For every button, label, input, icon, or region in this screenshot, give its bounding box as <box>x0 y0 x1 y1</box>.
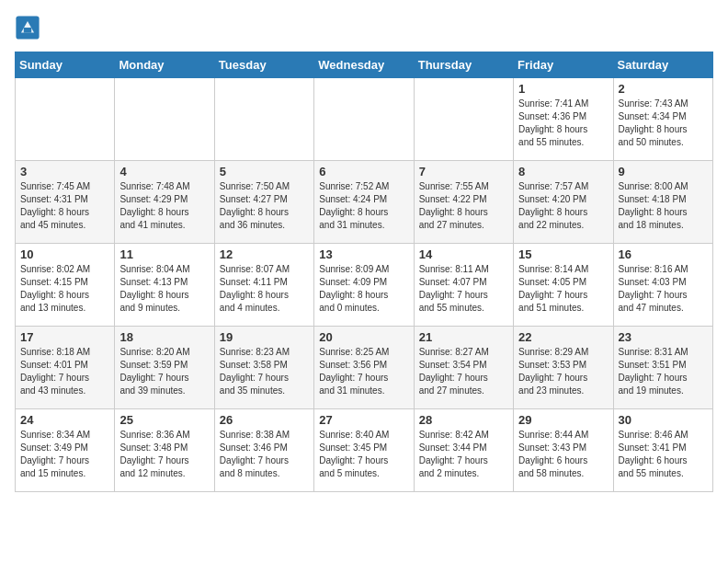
calendar-cell: 13Sunrise: 8:09 AM Sunset: 4:09 PM Dayli… <box>314 244 414 327</box>
page-header <box>15 15 713 40</box>
day-number: 29 <box>518 413 608 427</box>
calendar-cell: 10Sunrise: 8:02 AM Sunset: 4:15 PM Dayli… <box>16 244 115 327</box>
calendar-cell <box>314 78 414 161</box>
calendar-cell: 17Sunrise: 8:18 AM Sunset: 4:01 PM Dayli… <box>16 327 115 409</box>
day-number: 14 <box>419 247 508 261</box>
day-number: 17 <box>20 330 109 344</box>
day-number: 22 <box>518 330 608 344</box>
calendar-cell: 7Sunrise: 7:55 AM Sunset: 4:22 PM Daylig… <box>414 161 513 244</box>
weekday-header: Thursday <box>414 52 513 78</box>
calendar-cell <box>414 78 513 161</box>
day-number: 20 <box>319 330 408 344</box>
day-info: Sunrise: 7:57 AM Sunset: 4:20 PM Dayligh… <box>518 180 608 232</box>
calendar-cell: 25Sunrise: 8:36 AM Sunset: 3:48 PM Dayli… <box>115 409 214 492</box>
day-info: Sunrise: 8:25 AM Sunset: 3:56 PM Dayligh… <box>319 346 408 397</box>
calendar-cell: 8Sunrise: 7:57 AM Sunset: 4:20 PM Daylig… <box>514 161 613 244</box>
day-info: Sunrise: 7:45 AM Sunset: 4:31 PM Dayligh… <box>20 180 109 232</box>
day-number: 5 <box>220 165 309 178</box>
day-number: 12 <box>220 247 309 261</box>
day-number: 13 <box>319 247 408 261</box>
logo-icon <box>15 15 40 40</box>
day-info: Sunrise: 8:44 AM Sunset: 3:43 PM Dayligh… <box>518 429 608 480</box>
weekday-header: Sunday <box>16 52 115 78</box>
day-info: Sunrise: 8:36 AM Sunset: 3:48 PM Dayligh… <box>119 429 209 480</box>
day-number: 16 <box>619 247 708 261</box>
day-number: 2 <box>619 82 708 96</box>
calendar-cell: 28Sunrise: 8:42 AM Sunset: 3:44 PM Dayli… <box>414 409 513 492</box>
calendar-cell: 15Sunrise: 8:14 AM Sunset: 4:05 PM Dayli… <box>514 244 613 327</box>
calendar-cell: 23Sunrise: 8:31 AM Sunset: 3:51 PM Dayli… <box>613 327 712 409</box>
calendar-cell: 19Sunrise: 8:23 AM Sunset: 3:58 PM Dayli… <box>214 327 313 409</box>
calendar-cell: 20Sunrise: 8:25 AM Sunset: 3:56 PM Dayli… <box>314 327 414 409</box>
calendar-week-row: 1Sunrise: 7:41 AM Sunset: 4:36 PM Daylig… <box>16 78 713 161</box>
calendar-cell: 9Sunrise: 8:00 AM Sunset: 4:18 PM Daylig… <box>613 161 712 244</box>
day-info: Sunrise: 8:02 AM Sunset: 4:15 PM Dayligh… <box>20 263 109 315</box>
day-info: Sunrise: 7:50 AM Sunset: 4:27 PM Dayligh… <box>220 180 309 232</box>
svg-rect-2 <box>24 28 31 33</box>
calendar-cell: 26Sunrise: 8:38 AM Sunset: 3:46 PM Dayli… <box>214 409 313 492</box>
day-info: Sunrise: 8:18 AM Sunset: 4:01 PM Dayligh… <box>20 346 109 397</box>
weekday-header: Monday <box>115 52 214 78</box>
day-info: Sunrise: 8:40 AM Sunset: 3:45 PM Dayligh… <box>319 429 408 480</box>
day-number: 15 <box>518 247 608 261</box>
day-number: 26 <box>220 413 309 427</box>
calendar-week-row: 3Sunrise: 7:45 AM Sunset: 4:31 PM Daylig… <box>16 161 713 244</box>
calendar-cell: 29Sunrise: 8:44 AM Sunset: 3:43 PM Dayli… <box>514 409 613 492</box>
day-info: Sunrise: 7:48 AM Sunset: 4:29 PM Dayligh… <box>119 180 209 232</box>
day-info: Sunrise: 8:23 AM Sunset: 3:58 PM Dayligh… <box>220 346 309 397</box>
day-info: Sunrise: 8:31 AM Sunset: 3:51 PM Dayligh… <box>619 346 708 397</box>
day-number: 9 <box>619 165 708 178</box>
calendar-week-row: 24Sunrise: 8:34 AM Sunset: 3:49 PM Dayli… <box>16 409 713 492</box>
day-info: Sunrise: 7:55 AM Sunset: 4:22 PM Dayligh… <box>419 180 508 232</box>
day-number: 8 <box>518 165 608 178</box>
day-number: 10 <box>20 247 109 261</box>
calendar-cell: 14Sunrise: 8:11 AM Sunset: 4:07 PM Dayli… <box>414 244 513 327</box>
calendar-cell: 11Sunrise: 8:04 AM Sunset: 4:13 PM Dayli… <box>115 244 214 327</box>
calendar-cell: 30Sunrise: 8:46 AM Sunset: 3:41 PM Dayli… <box>613 409 712 492</box>
calendar-cell <box>115 78 214 161</box>
weekday-header-row: SundayMondayTuesdayWednesdayThursdayFrid… <box>16 52 713 78</box>
calendar-cell: 3Sunrise: 7:45 AM Sunset: 4:31 PM Daylig… <box>16 161 115 244</box>
day-info: Sunrise: 8:20 AM Sunset: 3:59 PM Dayligh… <box>119 346 209 397</box>
day-info: Sunrise: 8:27 AM Sunset: 3:54 PM Dayligh… <box>419 346 508 397</box>
day-info: Sunrise: 8:14 AM Sunset: 4:05 PM Dayligh… <box>518 263 608 315</box>
day-number: 1 <box>518 82 608 96</box>
day-number: 11 <box>119 247 209 261</box>
calendar-cell: 2Sunrise: 7:43 AM Sunset: 4:34 PM Daylig… <box>613 78 712 161</box>
day-number: 18 <box>119 330 209 344</box>
weekday-header: Wednesday <box>314 52 414 78</box>
day-info: Sunrise: 7:52 AM Sunset: 4:24 PM Dayligh… <box>319 180 408 232</box>
weekday-header: Tuesday <box>214 52 313 78</box>
day-number: 21 <box>419 330 508 344</box>
day-info: Sunrise: 8:04 AM Sunset: 4:13 PM Dayligh… <box>119 263 209 315</box>
day-info: Sunrise: 8:29 AM Sunset: 3:53 PM Dayligh… <box>518 346 608 397</box>
day-info: Sunrise: 8:42 AM Sunset: 3:44 PM Dayligh… <box>419 429 508 480</box>
day-info: Sunrise: 8:34 AM Sunset: 3:49 PM Dayligh… <box>20 429 109 480</box>
weekday-header: Friday <box>514 52 613 78</box>
day-info: Sunrise: 8:00 AM Sunset: 4:18 PM Dayligh… <box>619 180 708 232</box>
day-number: 3 <box>20 165 109 178</box>
calendar-cell: 12Sunrise: 8:07 AM Sunset: 4:11 PM Dayli… <box>214 244 313 327</box>
calendar-cell: 6Sunrise: 7:52 AM Sunset: 4:24 PM Daylig… <box>314 161 414 244</box>
day-info: Sunrise: 8:11 AM Sunset: 4:07 PM Dayligh… <box>419 263 508 315</box>
calendar-cell: 18Sunrise: 8:20 AM Sunset: 3:59 PM Dayli… <box>115 327 214 409</box>
day-info: Sunrise: 8:07 AM Sunset: 4:11 PM Dayligh… <box>220 263 309 315</box>
calendar-cell: 5Sunrise: 7:50 AM Sunset: 4:27 PM Daylig… <box>214 161 313 244</box>
calendar-week-row: 17Sunrise: 8:18 AM Sunset: 4:01 PM Dayli… <box>16 327 713 409</box>
day-number: 7 <box>419 165 508 178</box>
day-number: 27 <box>319 413 408 427</box>
day-info: Sunrise: 8:09 AM Sunset: 4:09 PM Dayligh… <box>319 263 408 315</box>
calendar-cell: 27Sunrise: 8:40 AM Sunset: 3:45 PM Dayli… <box>314 409 414 492</box>
calendar-week-row: 10Sunrise: 8:02 AM Sunset: 4:15 PM Dayli… <box>16 244 713 327</box>
day-info: Sunrise: 8:16 AM Sunset: 4:03 PM Dayligh… <box>619 263 708 315</box>
day-number: 30 <box>619 413 708 427</box>
day-number: 24 <box>20 413 109 427</box>
calendar-cell: 1Sunrise: 7:41 AM Sunset: 4:36 PM Daylig… <box>514 78 613 161</box>
calendar-cell: 16Sunrise: 8:16 AM Sunset: 4:03 PM Dayli… <box>613 244 712 327</box>
day-number: 4 <box>119 165 209 178</box>
calendar-cell: 24Sunrise: 8:34 AM Sunset: 3:49 PM Dayli… <box>16 409 115 492</box>
day-info: Sunrise: 8:46 AM Sunset: 3:41 PM Dayligh… <box>619 429 708 480</box>
calendar-cell <box>16 78 115 161</box>
day-info: Sunrise: 8:38 AM Sunset: 3:46 PM Dayligh… <box>220 429 309 480</box>
day-info: Sunrise: 7:41 AM Sunset: 4:36 PM Dayligh… <box>518 98 608 149</box>
